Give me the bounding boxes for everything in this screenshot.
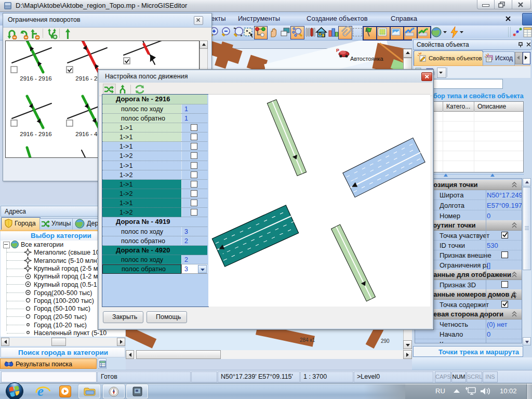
svg-text:P: P: [336, 48, 339, 53]
svg-text:2916 - 2916: 2916 - 2916: [20, 131, 51, 137]
svg-text:e: e: [37, 384, 44, 399]
svg-text:2916 - 2916: 2916 - 2916: [20, 75, 51, 82]
